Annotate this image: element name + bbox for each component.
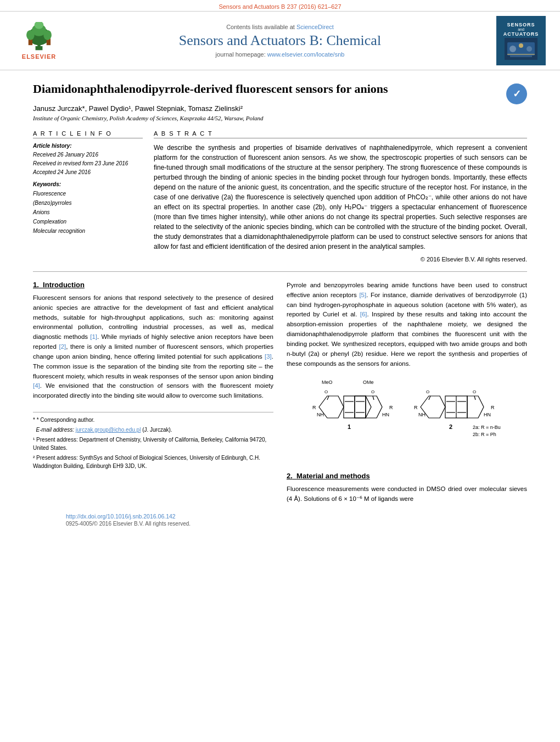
keyword-molecular-recognition: Molecular recognition (33, 226, 143, 236)
keywords-list: Fluorescence (Benzo)pyrroles Anions Comp… (33, 189, 143, 236)
journal-reference: Sensors and Actuators B 237 (2016) 621–6… (0, 0, 560, 11)
svg-text:R: R (389, 405, 393, 410)
elsevier-tree-icon (20, 22, 58, 52)
material-methods-section: 2. Material and methods Fluorescence mea… (287, 472, 527, 504)
keyword-complexation: Complexation (33, 217, 143, 226)
keyword-benzopyrroles: (Benzo)pyrroles (33, 198, 143, 208)
footnote-1: ¹ Present address: Department of Chemist… (33, 436, 273, 452)
revised-date: Received in revised form 23 June 2016 (33, 159, 143, 168)
svg-line-30 (327, 396, 329, 400)
elsevier-logo-container: ELSEVIER (9, 22, 69, 60)
svg-point-13 (527, 46, 532, 52)
keywords-label: Keywords: (33, 181, 143, 187)
right-column: Pyrrole and benzopyrroles bearing amide … (287, 281, 527, 510)
section2-heading: 2. Material and methods (287, 472, 527, 480)
article-content: Diamidonaphthalenodipyrrole-derived fluo… (0, 70, 560, 540)
sensors-logo-top-text: SENSORS (507, 22, 535, 27)
journal-ref-text: Sensors and Actuators B 237 (2016) 621–6… (219, 3, 341, 10)
email-link[interactable]: jurczak.group@icho.edu.pl (76, 427, 141, 433)
abstract-text: We describe the synthesis and properties… (154, 143, 527, 252)
section2-text: Fluorescence measurements were conducted… (287, 484, 527, 504)
svg-line-51 (474, 396, 475, 400)
svg-text:O: O (426, 389, 429, 394)
history-label: Article history: (33, 143, 143, 149)
svg-text:2: 2 (449, 423, 452, 430)
svg-marker-25 (355, 396, 371, 418)
sensors-logo-container: SENSORS and ACTUATORS (491, 16, 551, 65)
header-center: Contents lists available at ScienceDirec… (69, 24, 491, 58)
article-info-column: A R T I C L E I N F O Article history: R… (33, 130, 143, 263)
svg-text:R: R (414, 405, 418, 410)
journal-homepage: journal homepage: www.elsevier.com/locat… (80, 51, 480, 58)
svg-text:NH: NH (317, 412, 324, 417)
footnotes-section: * * Corresponding author. E-mail address… (33, 412, 273, 470)
svg-point-8 (43, 30, 52, 40)
crossmark-icon: ✓ (513, 88, 521, 100)
header-banner: ELSEVIER Contents lists available at Sci… (0, 11, 560, 70)
footnote-2: ² Present address: SynthSys and School o… (33, 454, 273, 470)
authors: Janusz Jurczak*, Pawel Dydio¹, Pawel Ste… (33, 104, 527, 113)
journal-title: Sensors and Actuators B: Chemical (80, 32, 480, 49)
chemical-structures: R NH (287, 374, 527, 464)
page-wrapper: Sensors and Actuators B 237 (2016) 621–6… (0, 0, 560, 742)
svg-point-12 (519, 43, 523, 48)
elsevier-logo: ELSEVIER (20, 22, 58, 60)
abstract-column: A B S T R A C T We describe the synthesi… (154, 130, 527, 263)
svg-point-11 (509, 46, 516, 52)
copyright: © 2016 Elsevier B.V. All rights reserved… (154, 256, 527, 263)
journal-url[interactable]: www.elsevier.com/locate/snb (267, 51, 345, 58)
svg-text:O: O (473, 389, 476, 394)
body-content: 1. Introduction Fluorescent sensors for … (33, 281, 527, 510)
keyword-anions: Anions (33, 208, 143, 217)
chem-svg: R NH (287, 374, 527, 464)
abstract-label: A B S T R A C T (154, 130, 527, 138)
intro-paragraph-2: Pyrrole and benzopyrroles bearing amide … (287, 281, 527, 369)
article-info-abstract: A R T I C L E I N F O Article history: R… (33, 130, 527, 263)
svg-text:R: R (312, 405, 316, 410)
received-date: Received 26 January 2016 (33, 150, 143, 159)
svg-text:2b: R = Ph: 2b: R = Ph (473, 432, 496, 437)
introduction-column: 1. Introduction Fluorescent sensors for … (33, 281, 273, 510)
sensors-logo: SENSORS and ACTUATORS (496, 16, 546, 65)
sensors-logo-graphic (505, 38, 537, 60)
sensors-logo-bottom-text: ACTUATORS (503, 31, 539, 37)
svg-text:HN: HN (484, 412, 491, 417)
svg-point-7 (26, 30, 35, 40)
svg-rect-15 (510, 55, 532, 57)
section-divider (33, 271, 527, 272)
sciencedirect-link[interactable]: ScienceDirect (296, 24, 334, 30)
svg-text:NH: NH (418, 412, 425, 417)
crossmark-badge[interactable]: ✓ (506, 83, 527, 104)
svg-text:O: O (371, 389, 374, 394)
svg-text:HN: HN (382, 412, 389, 417)
chemical-structure-svg: R NH (303, 374, 511, 462)
accepted-date: Accepted 24 June 2016 (33, 168, 143, 177)
svg-text:MeO: MeO (322, 380, 333, 385)
footnote-star: * * Corresponding author. (33, 416, 273, 424)
intro-paragraph-1: Fluorescent sensors for anions that resp… (33, 293, 273, 401)
article-dates: Received 26 January 2016 Received in rev… (33, 150, 143, 177)
article-title: Diamidonaphthalenodipyrrole-derived fluo… (33, 81, 388, 97)
svg-text:O: O (324, 389, 328, 394)
contents-available: Contents lists available at ScienceDirec… (80, 24, 480, 30)
svg-line-49 (429, 396, 430, 400)
svg-text:OMe: OMe (363, 380, 374, 385)
title-container: Diamidonaphthalenodipyrrole-derived fluo… (33, 81, 527, 104)
rights-text: 0925-4005/© 2016 Elsevier B.V. All right… (66, 521, 494, 527)
svg-line-32 (373, 396, 374, 400)
svg-text:1: 1 (348, 423, 351, 430)
sensors-logo-and-text: and (518, 27, 524, 31)
elsevier-text: ELSEVIER (22, 53, 56, 60)
affiliation: Institute of Organic Chemistry, Polish A… (33, 115, 527, 121)
bottom-bar: http://dx.doi.org/10.1016/j.snb.2016.06.… (33, 510, 527, 529)
footnote-email: E-mail address: jurczak.group@icho.edu.p… (33, 426, 273, 434)
svg-text:R: R (491, 405, 495, 410)
article-info-label: A R T I C L E I N F O (33, 130, 143, 138)
doi-link[interactable]: http://dx.doi.org/10.1016/j.snb.2016.06.… (66, 513, 176, 520)
svg-text:2a: R = n-Bu: 2a: R = n-Bu (473, 425, 501, 430)
authors-text: Janusz Jurczak*, Pawel Dydio¹, Pawel Ste… (33, 104, 243, 113)
keyword-fluorescence: Fluorescence (33, 189, 143, 198)
intro-heading: 1. Introduction (33, 281, 273, 289)
